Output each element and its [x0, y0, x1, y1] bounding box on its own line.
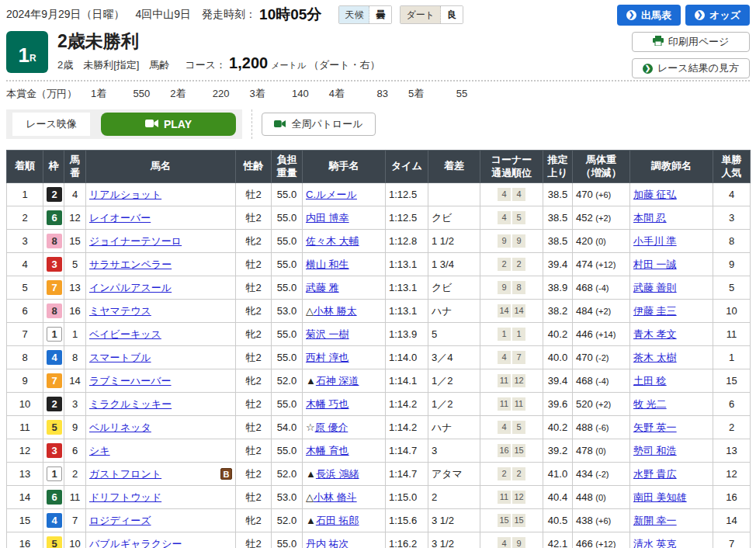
table-row: 124リアルショット牡255.0C.ルメール1:12.54438.5470 (+… — [7, 183, 751, 206]
finish-position: 9 — [7, 369, 43, 393]
trainer-link[interactable]: 矢野 英一 — [633, 421, 677, 433]
play-label: PLAY — [164, 118, 192, 130]
body-weight-cell: 452 (+2) — [573, 206, 630, 230]
finish-position: 15 — [7, 509, 43, 532]
body-weight-cell: 468 (-4) — [573, 276, 630, 300]
trainer-link[interactable]: 水野 貴広 — [633, 468, 677, 480]
body-weight-diff: (+12) — [595, 539, 616, 548]
trainer-link[interactable]: 新開 幸一 — [633, 515, 677, 526]
body-weight-cell: 520 (+2) — [573, 393, 630, 416]
horse-name-link[interactable]: サラサエンペラー — [89, 258, 172, 270]
frame-cell: 8 — [43, 300, 64, 323]
jockey-link[interactable]: 石神 深道 — [316, 375, 359, 387]
horse-name-link[interactable]: ガストフロント — [89, 468, 161, 480]
jockey-link[interactable]: 小林 勝太 — [314, 305, 357, 317]
trainer-link[interactable]: 加藤 征弘 — [633, 189, 677, 200]
corner-position: 4 — [498, 188, 511, 201]
entry-table-button[interactable]: ❯ 出馬表 — [617, 5, 681, 26]
trainer-link[interactable]: 勢司 和浩 — [633, 445, 677, 456]
horse-name-link[interactable]: ドリフトウッド — [89, 491, 161, 503]
finish-position: 7 — [7, 323, 43, 346]
jockey-cell: 内田 博幸 — [303, 206, 386, 230]
impost: 55.0 — [272, 183, 303, 206]
horse-name-link[interactable]: バブルギャラクシー — [89, 538, 182, 548]
jockey-link[interactable]: 木幡 育也 — [306, 445, 349, 456]
horse-name-link[interactable]: ベルリネッタ — [89, 421, 151, 433]
jockey-link[interactable]: 武藤 雅 — [306, 282, 339, 293]
corner-position: 4 — [498, 421, 511, 434]
horse-name-link[interactable]: リアルショット — [89, 189, 161, 200]
horse-number: 10 — [64, 532, 86, 548]
trainer-link[interactable]: 伊藤 圭三 — [633, 305, 677, 317]
trainer-link[interactable]: 村田 一誠 — [633, 258, 677, 270]
horse-name-link[interactable]: ロジディーズ — [89, 515, 151, 526]
apprentice-mark: ▲ — [306, 375, 316, 387]
jockey-link[interactable]: 長浜 鴻緒 — [316, 468, 359, 480]
last-3f: 39.4 — [543, 369, 573, 393]
jockey-link[interactable]: 小林 脩斗 — [314, 491, 357, 503]
trainer-link[interactable]: 青木 孝文 — [633, 328, 677, 340]
print-page-button[interactable]: 印刷用ページ — [632, 32, 750, 52]
frame-cell: 7 — [43, 369, 64, 393]
corner-position: 9 — [512, 234, 525, 248]
horse-name-link[interactable]: ラブミーハーバー — [89, 375, 172, 387]
trainer-link[interactable]: 小手川 準 — [633, 235, 677, 247]
frame-badge: 6 — [47, 490, 62, 505]
last-3f: 40.4 — [543, 486, 573, 509]
popularity: 3 — [713, 206, 751, 230]
trainer-link[interactable]: 牧 光二 — [633, 398, 667, 410]
table-row: 6816ミヤマテウス牝253.0△小林 勝太1:13.1ハナ141438.248… — [7, 300, 751, 323]
horse-name-link[interactable]: ベイビーキッス — [89, 328, 161, 340]
body-weight: 468 — [576, 375, 595, 387]
video-camera-icon — [274, 119, 286, 130]
horse-name-link[interactable]: ジョイナーテソーロ — [89, 235, 182, 247]
jockey-link[interactable]: 菊沢 一樹 — [306, 328, 349, 340]
jockey-link[interactable]: 石田 拓郎 — [316, 515, 359, 526]
horse-number: 3 — [64, 393, 86, 416]
horse-number: 6 — [64, 439, 86, 463]
jockey-link[interactable]: 内田 博幸 — [306, 212, 349, 224]
horse-name-link[interactable]: シキ — [89, 445, 110, 456]
media-row: レース映像 PLAY 全周パトロール — [6, 109, 750, 139]
jockey-link[interactable]: 原 優介 — [315, 421, 349, 433]
odds-button[interactable]: ❯ オッズ — [685, 5, 750, 26]
play-button[interactable]: PLAY — [101, 113, 236, 136]
margin: 1 1/2 — [428, 230, 480, 253]
jockey-cell: ▲石神 深道 — [303, 369, 386, 393]
trainer-link[interactable]: 武藤 善則 — [633, 282, 677, 293]
jockey-link[interactable]: 丹内 祐次 — [306, 538, 349, 548]
horse-name-link[interactable]: ミラクルミッキー — [89, 398, 172, 410]
time: 1:12.5 — [386, 206, 428, 230]
corner-position: 7 — [512, 351, 525, 364]
jockey-link[interactable]: 横山 和生 — [306, 258, 349, 270]
jockey-link[interactable]: 佐々木 大輔 — [306, 235, 359, 247]
margin: 3 1/2 — [428, 532, 480, 548]
trainer-link[interactable]: 南田 美知雄 — [633, 491, 687, 503]
jockey-link[interactable]: 西村 淳也 — [306, 352, 349, 363]
horse-name-link[interactable]: スマートブル — [89, 352, 151, 363]
trainer-link[interactable]: 茶木 太樹 — [633, 352, 677, 363]
apprentice-mark: △ — [306, 491, 314, 503]
prize-amount: 220 — [189, 88, 229, 99]
results-guide-button[interactable]: ❯ レース結果の見方 — [632, 58, 750, 78]
sex-age: 牝2 — [236, 509, 272, 532]
patrol-video-button[interactable]: 全周パトロール — [262, 113, 376, 136]
trainer-link[interactable]: 本間 忍 — [633, 212, 667, 224]
jockey-cell: 木幡 巧也 — [303, 393, 386, 416]
margin: 3 — [428, 439, 480, 463]
horse-number: 14 — [64, 369, 86, 393]
jockey-link[interactable]: C.ルメール — [306, 189, 357, 200]
finish-position: 6 — [7, 300, 43, 323]
jockey-link[interactable]: 木幡 巧也 — [306, 398, 349, 410]
trainer-link[interactable]: 土田 稔 — [633, 375, 667, 387]
horse-name-link[interactable]: レイオーバー — [89, 212, 151, 224]
horse-name-link[interactable]: ミヤマテウス — [89, 305, 151, 317]
corner-position: 14 — [498, 304, 511, 317]
horse-name-link[interactable]: インパルアスール — [89, 282, 172, 293]
trainer-link[interactable]: 清水 英克 — [633, 538, 677, 548]
col-header-corner-order: コーナー 通過順位 — [480, 151, 543, 183]
corner-position: 15 — [498, 514, 511, 527]
frame-cell: 4 — [43, 346, 64, 369]
impost: 54.0 — [272, 416, 303, 439]
impost: 53.0 — [272, 486, 303, 509]
